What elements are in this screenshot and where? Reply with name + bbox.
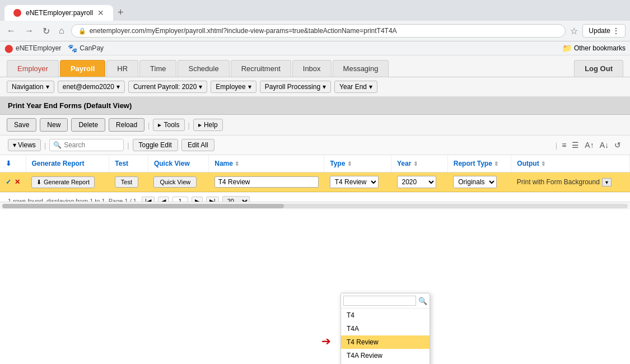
- separator-1: |: [148, 121, 150, 129]
- employee-dropdown[interactable]: Employee ▾: [211, 81, 256, 93]
- canpay-favicon: 🐾: [68, 44, 77, 53]
- col-output[interactable]: Output ⇕: [511, 155, 630, 172]
- report-type-sort-icon: ⇕: [494, 161, 498, 167]
- active-browser-tab[interactable]: eNETEmployer:payroll ✕: [4, 5, 113, 21]
- col-report-type[interactable]: Report Type ⇕: [447, 155, 511, 172]
- bookmark-canpay[interactable]: 🐾 CanPay: [68, 44, 104, 53]
- dropdown-item-t4-review[interactable]: T4 Review: [341, 335, 430, 349]
- main-navigation-tabs: Employer Payroll HR Time Schedule Recrui…: [0, 55, 630, 77]
- triangle-icon: ▸: [158, 121, 161, 129]
- action-toolbar: Save New Delete Reload | ▸ Tools | ▸ Hel…: [0, 115, 630, 136]
- dropdown-search-icon: 🔍: [418, 297, 427, 305]
- dropdown-item-t4a-review[interactable]: T4A Review: [341, 349, 430, 362]
- row-status-cell: ✓ ✕: [0, 172, 26, 192]
- current-payroll-dropdown[interactable]: Current Payroll: 2020 ▾: [128, 81, 207, 93]
- new-tab-button[interactable]: +: [113, 4, 128, 21]
- col-generate-report[interactable]: Generate Report: [26, 155, 109, 172]
- bookmark2-label: CanPay: [80, 44, 104, 52]
- tab-employer[interactable]: Employer: [7, 60, 59, 77]
- dropdown-item-t4[interactable]: T4: [341, 309, 430, 322]
- bookmark-star-button[interactable]: ☆: [570, 26, 578, 36]
- tab-close-button[interactable]: ✕: [97, 8, 104, 17]
- row-check-icon[interactable]: ✓: [6, 178, 11, 186]
- reload-button[interactable]: Reload: [109, 118, 144, 132]
- row-type-cell: T4 Review: [324, 172, 391, 192]
- filter-icon: ⬇: [6, 160, 11, 167]
- payroll-processing-dropdown[interactable]: Payroll Processing ▾: [260, 81, 331, 93]
- refresh-button[interactable]: ↻: [40, 25, 52, 38]
- separator-2: |: [188, 121, 190, 129]
- search-magnifier-icon: 🔍: [53, 141, 62, 149]
- table-toolbar: ▾ Views | 🔍 | Toggle Edit Edit All | ≡ ☰…: [0, 136, 630, 155]
- col-quick-view[interactable]: Quick View: [148, 155, 208, 172]
- output-dropdown-arrow[interactable]: ▾: [602, 178, 612, 186]
- back-button[interactable]: ←: [4, 25, 18, 37]
- tab-inbox[interactable]: Inbox: [292, 60, 332, 77]
- scrollbar-thumb[interactable]: [2, 204, 284, 208]
- year-sort-icon: ⇕: [413, 161, 418, 167]
- dropdown-search-input[interactable]: [343, 296, 416, 306]
- horizontal-scrollbar[interactable]: [0, 202, 630, 209]
- bookmark-enetemployer[interactable]: ⬤ eNETEmployer: [4, 44, 61, 53]
- refresh-table-icon[interactable]: ↺: [613, 139, 622, 151]
- name-field[interactable]: [214, 176, 319, 188]
- font-decrease-icon[interactable]: A↓: [599, 139, 610, 151]
- report-type-select[interactable]: Originals: [453, 176, 497, 188]
- help-dropdown[interactable]: ▸ Help: [193, 119, 223, 131]
- row-output-cell: Print with Form Background ▾: [511, 172, 630, 192]
- download-icon: ⬇: [36, 179, 41, 186]
- tab-logout[interactable]: Log Out: [574, 60, 623, 77]
- tab-time[interactable]: Time: [139, 60, 176, 77]
- row-delete-icon[interactable]: ✕: [15, 178, 20, 186]
- bookmark1-label: eNETEmployer: [16, 44, 61, 52]
- tab-messaging[interactable]: Messaging: [333, 60, 389, 77]
- employee-chevron-icon: ▾: [248, 83, 251, 91]
- col-test[interactable]: Test: [109, 155, 148, 172]
- edit-all-button[interactable]: Edit All: [181, 139, 214, 151]
- search-box[interactable]: 🔍: [49, 139, 124, 151]
- update-menu-icon: ⋮: [613, 27, 619, 35]
- quick-view-button[interactable]: Quick View: [153, 176, 197, 188]
- tab-payroll[interactable]: Payroll: [60, 60, 105, 77]
- payroll-processing-chevron-icon: ▾: [323, 83, 326, 91]
- other-bookmarks[interactable]: 📁 Other bookmarks: [562, 44, 626, 53]
- col-name[interactable]: Name ⇕: [209, 155, 324, 172]
- filter-icon[interactable]: ≡: [561, 139, 567, 151]
- toggle-edit-button[interactable]: Toggle Edit: [133, 139, 178, 151]
- columns-icon[interactable]: ☰: [571, 139, 580, 151]
- search-input[interactable]: [64, 141, 120, 149]
- type-select[interactable]: T4 Review: [330, 176, 379, 188]
- col-year[interactable]: Year ⇕: [391, 155, 448, 172]
- table-row: ✓ ✕ ⬇ Generate Report Test Qu: [0, 172, 630, 192]
- col-type[interactable]: Type ⇕: [324, 155, 391, 172]
- row-test-cell: Test: [109, 172, 148, 192]
- row-quick-view-cell: Quick View: [148, 172, 208, 192]
- generate-report-button[interactable]: ⬇ Generate Report: [31, 176, 95, 188]
- year-end-dropdown[interactable]: Year End ▾: [334, 81, 377, 93]
- tab-schedule[interactable]: Schedule: [178, 60, 229, 77]
- update-button[interactable]: Update ⋮: [582, 24, 626, 38]
- folder-icon: 📁: [562, 44, 572, 53]
- views-button[interactable]: ▾ Views: [8, 139, 41, 151]
- separator-5: |: [556, 141, 557, 150]
- forward-button[interactable]: →: [22, 25, 36, 37]
- address-bar[interactable]: 🔒 enetemployer.com/myEmployer/payroll.xh…: [71, 24, 566, 38]
- new-button[interactable]: New: [40, 118, 68, 132]
- company-dropdown[interactable]: enet@demo2020 ▾: [58, 81, 125, 93]
- output-text: Print with Form Background: [517, 178, 600, 186]
- tab-recruitment[interactable]: Recruitment: [231, 60, 291, 77]
- type-dropdown-popup: 🔍 T4 T4A T4 Review T4A Review RL1: [340, 293, 430, 364]
- row-generate-report-cell: ⬇ Generate Report: [26, 172, 109, 192]
- save-button[interactable]: Save: [7, 118, 36, 132]
- delete-button[interactable]: Delete: [71, 118, 105, 132]
- other-bookmarks-label: Other bookmarks: [574, 44, 626, 52]
- year-select[interactable]: 2020: [397, 176, 436, 188]
- home-button[interactable]: ⌂: [57, 25, 67, 37]
- font-increase-icon[interactable]: A↑: [584, 139, 595, 151]
- navigation-dropdown[interactable]: Navigation ▾: [7, 81, 54, 93]
- test-button[interactable]: Test: [115, 176, 138, 188]
- tab-hr[interactable]: HR: [106, 60, 138, 77]
- filter-header: ⬇: [0, 155, 26, 172]
- dropdown-item-t4a[interactable]: T4A: [341, 322, 430, 335]
- tools-dropdown[interactable]: ▸ Tools: [153, 119, 184, 131]
